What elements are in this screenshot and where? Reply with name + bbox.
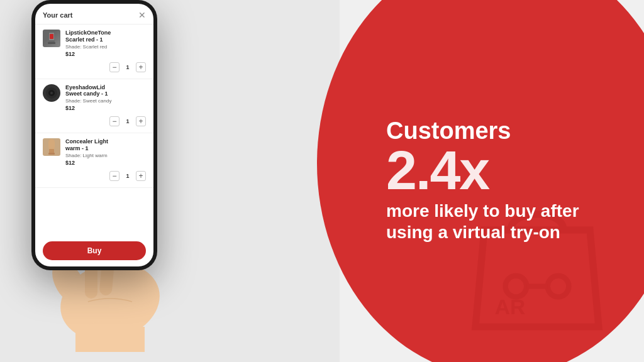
item-1-price: $12 <box>65 51 146 57</box>
svg-rect-13 <box>48 153 55 155</box>
item-icon-eyeshadow <box>43 84 60 102</box>
item-3-qty-row: − 1 + <box>43 170 146 182</box>
item-3-shade: Shade: Light warm <box>65 153 146 158</box>
svg-rect-7 <box>48 42 55 44</box>
close-icon[interactable]: ✕ <box>138 10 146 20</box>
item-1-name: LipstickOneToneScarlet red - 1 <box>65 30 146 43</box>
svg-point-10 <box>50 92 53 94</box>
phone-screen: Your cart ✕ LipstickOne <box>35 4 153 266</box>
item-2-decrease-button[interactable]: − <box>109 116 119 126</box>
item-1-quantity: 1 <box>125 64 131 70</box>
cart-item-1: LipstickOneToneScarlet red - 1 Shade: Sc… <box>35 25 153 79</box>
item-2-qty-row: − 1 + <box>43 115 146 128</box>
svg-rect-11 <box>48 139 55 150</box>
item-1-qty-row: − 1 + <box>43 61 146 74</box>
item-2-details: EyeshadowLidSweet candy - 1 Shade: Sweet… <box>65 84 146 112</box>
cart-title: Your cart <box>43 11 72 19</box>
item-2-quantity: 1 <box>125 118 131 124</box>
cart-header: Your cart ✕ <box>35 4 153 25</box>
item-3-price: $12 <box>65 160 146 166</box>
item-2-name: EyeshadowLidSweet candy - 1 <box>65 84 146 98</box>
svg-rect-20 <box>75 327 145 352</box>
item-2-increase-button[interactable]: + <box>136 116 146 126</box>
item-1-details: LipstickOneToneScarlet red - 1 Shade: Sc… <box>65 30 146 57</box>
stat-number: 2.4x <box>386 143 613 198</box>
buy-button[interactable]: Buy <box>43 241 146 260</box>
item-2-price: $12 <box>65 105 146 111</box>
stat-description: more likely to buy after using a virtual… <box>386 200 613 243</box>
item-icon-concealer <box>43 138 60 156</box>
item-2-shade: Shade: Sweet candy <box>65 98 146 104</box>
svg-rect-5 <box>50 34 53 39</box>
item-icon-lipstick <box>43 30 60 47</box>
item-3-details: Concealer Lightwarm - 1 Shade: Light war… <box>65 138 146 166</box>
right-content: Customers 2.4x more likely to buy after … <box>336 0 644 362</box>
cart-item-3: Concealer Lightwarm - 1 Shade: Light war… <box>35 133 153 188</box>
item-1-decrease-button[interactable]: − <box>109 62 119 72</box>
item-3-increase-button[interactable]: + <box>136 171 146 181</box>
cart-item-2: EyeshadowLidSweet candy - 1 Shade: Sweet… <box>35 79 153 134</box>
item-1-increase-button[interactable]: + <box>136 62 146 72</box>
phone-frame: Your cart ✕ LipstickOne <box>31 0 157 270</box>
item-3-decrease-button[interactable]: − <box>109 171 119 181</box>
item-3-quantity: 1 <box>125 173 131 179</box>
cart-items-list: LipstickOneToneScarlet red - 1 Shade: Sc… <box>35 25 153 188</box>
item-3-name: Concealer Lightwarm - 1 <box>65 138 146 152</box>
item-1-shade: Shade: Scarlet red <box>65 44 146 50</box>
